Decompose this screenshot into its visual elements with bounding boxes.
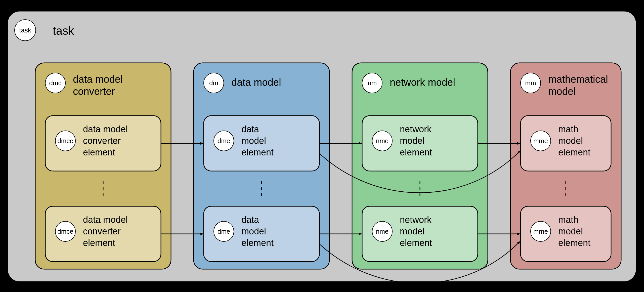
- nm-element-top: nme network model element: [362, 116, 478, 171]
- column-dm: dm data model dme data model element dme…: [194, 63, 329, 269]
- mme-bottom-l1: math: [558, 215, 578, 225]
- dmc-title-l2: converter: [73, 86, 115, 97]
- mm-badge-text: mm: [525, 79, 536, 87]
- dm-badge-text: dm: [209, 79, 218, 87]
- nme-badge-top-text: nme: [376, 137, 389, 145]
- nme-top-l3: element: [400, 147, 432, 157]
- column-dmc: dmc data model converter dmce data model…: [35, 63, 171, 269]
- dmc-title-l1: data model: [73, 74, 123, 85]
- mme-top-l1: math: [558, 124, 578, 134]
- mm-title-l2: model: [548, 86, 576, 97]
- mme-bottom-l2: model: [558, 226, 583, 236]
- dme-top-l1: data: [241, 124, 259, 134]
- dme-badge-bottom-text: dme: [218, 228, 230, 235]
- mme-badge-top-text: mme: [533, 137, 548, 145]
- nm-title: network model: [390, 77, 455, 88]
- dmce-top-l1: data model: [83, 124, 128, 134]
- dmce-bottom-l3: element: [83, 238, 115, 248]
- nme-bottom-l3: element: [400, 238, 432, 248]
- dmce-badge-bottom-text: dmce: [57, 228, 73, 235]
- dmce-top-l3: element: [83, 147, 115, 157]
- dmce-bottom-l1: data model: [83, 215, 128, 225]
- dme-top-l3: element: [241, 147, 274, 157]
- dmc-element-bottom: dmce data model converter element: [45, 206, 161, 262]
- mme-badge-bottom-text: mme: [533, 228, 548, 235]
- nme-bottom-l1: network: [400, 215, 432, 225]
- mm-title-l1: mathematical: [548, 74, 608, 85]
- dme-bottom-l2: model: [241, 226, 266, 236]
- dme-bottom-l1: data: [241, 215, 259, 225]
- nme-badge-bottom-text: nme: [376, 228, 389, 235]
- dmce-badge-top-text: dmce: [57, 137, 73, 145]
- nme-top-l2: model: [400, 136, 424, 146]
- mm-element-top: mme math model element: [521, 116, 611, 171]
- nm-badge-text: nm: [368, 79, 377, 87]
- column-mm: mm mathematical model mme math model ele…: [510, 63, 621, 269]
- dmc-badge-text: dmc: [49, 79, 61, 87]
- nme-bottom-l2: model: [400, 226, 424, 236]
- task-title: task: [53, 24, 74, 37]
- column-nm: nm network model nme network model eleme…: [352, 63, 488, 269]
- dmce-top-l2: converter: [83, 136, 121, 146]
- mme-top-l2: model: [558, 136, 583, 146]
- dme-badge-top-text: dme: [218, 137, 230, 145]
- dmce-bottom-l2: converter: [83, 226, 121, 236]
- dme-top-l2: model: [241, 136, 266, 146]
- mme-top-l3: element: [558, 147, 590, 157]
- dm-element-top: dme data model element: [204, 116, 319, 171]
- dmc-element-top: dmce data model converter element: [45, 116, 161, 171]
- nme-top-l1: network: [400, 124, 432, 134]
- dm-element-bottom: dme data model element: [204, 206, 319, 262]
- dme-bottom-l3: element: [241, 238, 274, 248]
- task-badge-text: task: [19, 26, 31, 34]
- dm-title: data model: [231, 77, 281, 88]
- mm-element-bottom: mme math model element: [521, 206, 611, 262]
- mme-bottom-l3: element: [558, 238, 590, 248]
- nm-element-bottom: nme network model element: [362, 206, 478, 262]
